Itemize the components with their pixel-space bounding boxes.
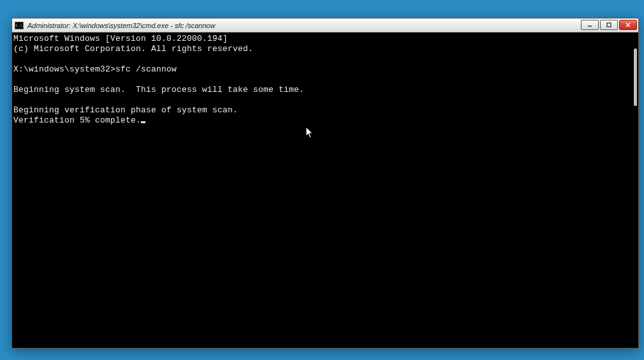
close-button[interactable] xyxy=(619,20,637,30)
window-title: Administrator: X:\windows\system32\cmd.e… xyxy=(27,22,216,29)
output-line: (c) Microsoft Corporation. All rights re… xyxy=(13,44,253,54)
minimize-button[interactable] xyxy=(581,20,599,30)
output-line: Beginning verification phase of system s… xyxy=(13,105,238,115)
command-text: sfc /scannow xyxy=(115,64,177,74)
text-cursor xyxy=(141,121,145,123)
cmd-icon xyxy=(15,22,24,29)
mouse-cursor-icon xyxy=(305,126,314,142)
maximize-button[interactable] xyxy=(600,20,618,30)
svg-rect-1 xyxy=(607,23,611,27)
cmd-window: Administrator: X:\windows\system32\cmd.e… xyxy=(11,18,639,349)
window-controls xyxy=(581,20,637,30)
console-area[interactable]: Microsoft Windows [Version 10.0.22000.19… xyxy=(12,33,638,348)
output-line: Beginning system scan. This process will… xyxy=(13,85,304,94)
scrollbar-thumb[interactable] xyxy=(634,49,637,106)
prompt: X:\windows\system32> xyxy=(13,64,115,74)
titlebar[interactable]: Administrator: X:\windows\system32\cmd.e… xyxy=(12,19,638,33)
console-output: Microsoft Windows [Version 10.0.22000.19… xyxy=(12,33,638,127)
output-line: Verification 5% complete. xyxy=(13,116,141,125)
output-line: Microsoft Windows [Version 10.0.22000.19… xyxy=(13,34,228,43)
